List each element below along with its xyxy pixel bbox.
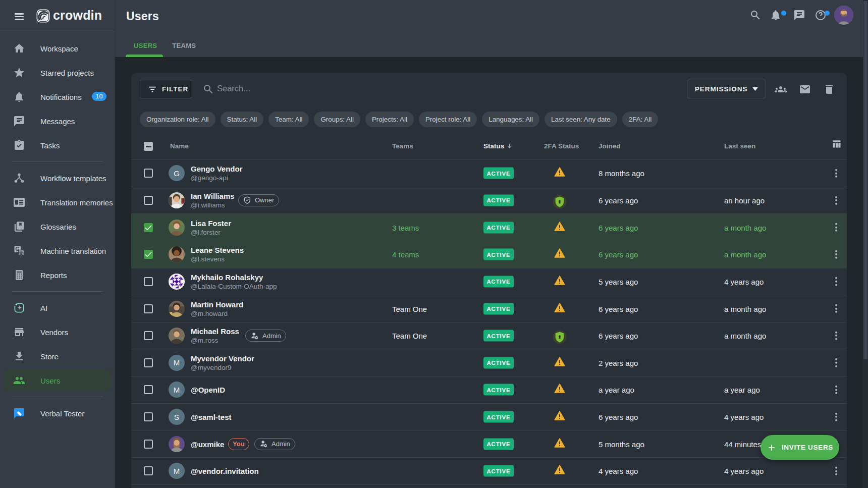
svg-text:文: 文 (19, 251, 24, 256)
